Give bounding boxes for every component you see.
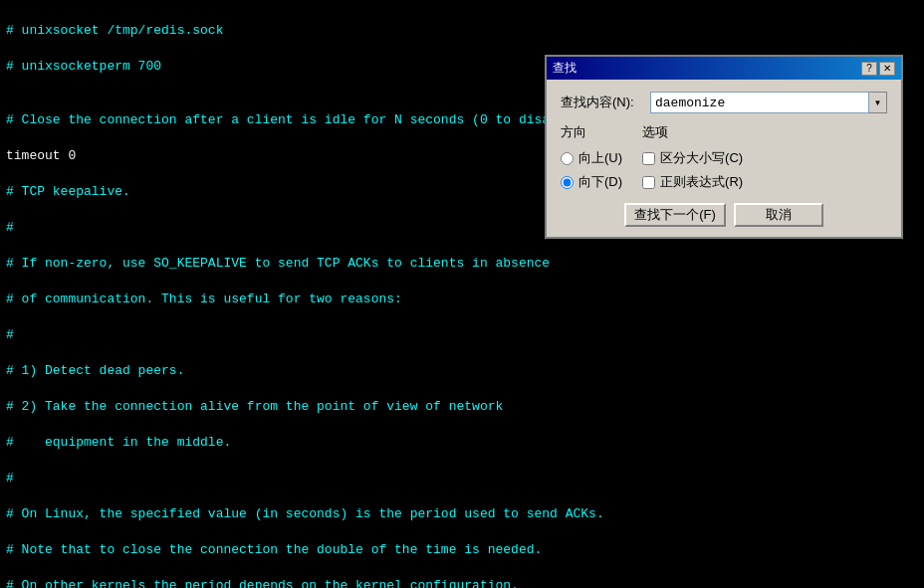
editor-line: # of communication. This is useful for t… (6, 291, 918, 308)
editor-line: # 1) Detect dead peers. (6, 362, 918, 380)
editor-line: # On other kernels the period depends on… (6, 577, 918, 588)
case-sensitive-row: 区分大小写(C) (642, 149, 743, 167)
editor-line: # (6, 326, 918, 344)
search-row: 查找内容(N): ▼ (561, 92, 887, 113)
regex-checkbox[interactable] (642, 176, 655, 189)
down-radio-row: 向下(D) (561, 173, 622, 191)
find-next-button[interactable]: 查找下一个(F) (624, 203, 726, 227)
editor-line: # equipment in the middle. (6, 434, 918, 452)
search-dialog: 查找 ? ✕ 查找内容(N): ▼ 方向 向上(U) (545, 55, 903, 239)
sections-row: 方向 向上(U) 向下(D) 选项 区分大小写(C) (561, 123, 887, 191)
regex-label[interactable]: 正则表达式(R) (660, 173, 743, 191)
search-label: 查找内容(N): (561, 94, 650, 111)
up-label[interactable]: 向上(U) (578, 149, 622, 167)
dialog-buttons: 查找下一个(F) 取消 (561, 203, 887, 227)
dialog-body: 查找内容(N): ▼ 方向 向上(U) 向下(D) (547, 80, 901, 237)
regex-row: 正则表达式(R) (642, 173, 743, 191)
editor-line: # (6, 470, 918, 488)
editor-line: # Note that to close the connection the … (6, 541, 918, 559)
dialog-title: 查找 (553, 60, 577, 77)
dialog-title-buttons: ? ✕ (861, 62, 895, 76)
case-sensitive-label[interactable]: 区分大小写(C) (660, 149, 743, 167)
down-radio[interactable] (561, 176, 574, 189)
direction-label: 方向 (561, 123, 622, 141)
search-input-wrapper: ▼ (650, 92, 887, 113)
editor-line: # unixsocket /tmp/redis.sock (6, 22, 918, 40)
editor-line: # If non-zero, use SO_KEEPALIVE to send … (6, 255, 918, 273)
up-radio[interactable] (561, 152, 574, 165)
case-sensitive-checkbox[interactable] (642, 152, 655, 165)
close-button[interactable]: ✕ (879, 62, 895, 76)
search-input[interactable] (650, 92, 869, 113)
direction-section: 方向 向上(U) 向下(D) (561, 123, 622, 191)
dialog-titlebar: 查找 ? ✕ (547, 57, 901, 80)
up-radio-row: 向上(U) (561, 149, 622, 167)
cancel-button[interactable]: 取消 (734, 203, 823, 227)
options-label: 选项 (642, 123, 743, 141)
down-label[interactable]: 向下(D) (578, 173, 622, 191)
help-button[interactable]: ? (861, 62, 877, 76)
options-section: 选项 区分大小写(C) 正则表达式(R) (642, 123, 743, 191)
dropdown-button[interactable]: ▼ (869, 92, 887, 113)
editor-line: # On Linux, the specified value (in seco… (6, 505, 918, 523)
editor-line: # 2) Take the connection alive from the … (6, 398, 918, 416)
